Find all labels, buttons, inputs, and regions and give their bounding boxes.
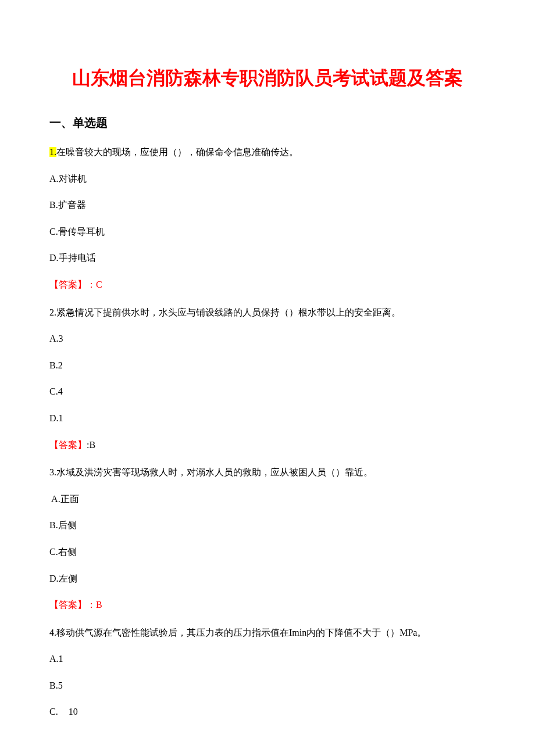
question-3-stem: 3.水域及洪涝灾害等现场救人时，对溺水人员的救助，应从被困人员（）靠近。 <box>49 465 486 480</box>
question-2-text: 紧急情况下提前供水时，水头应与铺设线路的人员保持（）根水带以上的安全距离。 <box>56 307 401 317</box>
question-1-option-c: C.骨传导耳机 <box>49 224 486 239</box>
question-1-option-a: A.对讲机 <box>49 171 486 187</box>
question-1-answer: 【答案】：C <box>49 277 486 292</box>
answer-value: C <box>96 280 102 289</box>
answer-value: :B <box>87 440 95 450</box>
question-3-option-c: C.右侧 <box>49 544 486 560</box>
question-1-option-b: B.扩音器 <box>49 198 486 213</box>
question-2-stem: 2.紧急情况下提前供水时，水头应与铺设线路的人员保持（）根水带以上的安全距离。 <box>49 305 486 320</box>
question-3-option-b: B.后侧 <box>49 518 486 533</box>
question-4-number: 4. <box>49 628 56 637</box>
question-4-option-c: C.10 <box>49 704 486 719</box>
question-3-text: 水域及洪涝灾害等现场救人时，对溺水人员的救助，应从被困人员（）靠近。 <box>56 467 373 477</box>
question-2-option-a: A.3 <box>49 331 486 346</box>
question-2-answer: 【答案】:B <box>49 438 486 453</box>
question-2-option-d: D.1 <box>49 411 486 426</box>
document-title: 山东烟台消防森林专职消防队员考试试题及答案 <box>49 64 486 92</box>
question-3-number: 3. <box>49 467 56 477</box>
answer-label: 【答案】： <box>49 600 96 610</box>
question-3-option-a: A.正面 <box>49 492 486 507</box>
question-4-option-a: A.1 <box>49 651 486 667</box>
answer-label: 【答案】 <box>49 440 87 450</box>
question-3-answer: 【答案】：B <box>49 597 486 612</box>
question-4-text: 移动供气源在气密性能试验后，其压力表的压力指示值在Imin内的下降值不大于（）M… <box>56 628 426 637</box>
question-4-stem: 4.移动供气源在气密性能试验后，其压力表的压力指示值在Imin内的下降值不大于（… <box>49 625 486 640</box>
question-1-text: 在噪音较大的现场，应使用（），确保命令信息准确传达。 <box>56 147 298 157</box>
question-2-number: 2. <box>49 307 56 317</box>
question-3-option-d: D.左侧 <box>49 571 486 586</box>
answer-value: B <box>96 600 102 610</box>
section-header: 一、单选题 <box>49 115 486 131</box>
question-2-option-c: C.4 <box>49 384 486 399</box>
question-2-option-b: B.2 <box>49 358 486 373</box>
question-1-option-d: D.手持电话 <box>49 250 486 266</box>
question-1-number: 1. <box>49 147 56 157</box>
question-1-stem: 1.在噪音较大的现场，应使用（），确保命令信息准确传达。 <box>49 145 486 160</box>
question-4-option-b: B.5 <box>49 678 486 693</box>
answer-label: 【答案】： <box>49 280 96 289</box>
